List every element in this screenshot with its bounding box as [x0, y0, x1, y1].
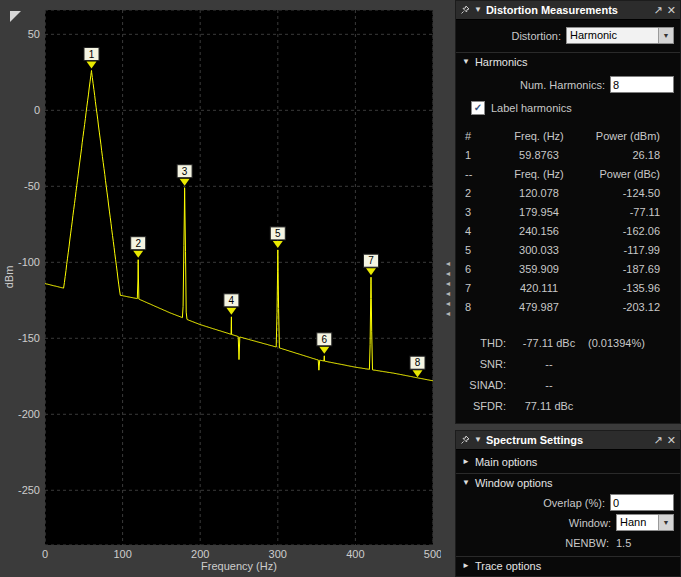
table-cell: -77.11 — [587, 206, 680, 218]
check-icon: ✓ — [474, 102, 482, 113]
table-cell: -162.06 — [587, 225, 680, 237]
svg-text:-100: -100 — [18, 256, 40, 268]
table-cell: 240.156 — [491, 225, 587, 237]
num-harmonics-label: Num. Harmonics: — [462, 79, 605, 91]
collapse-panel-icon[interactable]: ▼ — [474, 436, 482, 444]
summary-sx: (0.01394%) — [588, 337, 680, 349]
summary-sl: THD: — [456, 337, 506, 349]
main-options-section-header[interactable]: ► Main options — [456, 453, 680, 470]
pin-icon[interactable] — [460, 435, 470, 445]
table-cell: Power (dBm) — [587, 130, 680, 142]
panel-title: Spectrum Settings — [486, 434, 650, 446]
table-row: 2120.078-124.50 — [456, 183, 680, 202]
summary-row: SFDR:77.11 dBc — [456, 395, 680, 416]
undock-icon[interactable]: ↗ — [654, 435, 663, 446]
table-cell: 6 — [456, 263, 491, 275]
table-subheader-row: --Freq. (Hz)Power (dBc) — [456, 164, 680, 183]
table-cell: 2 — [456, 187, 491, 199]
marker-number: 7 — [368, 255, 374, 266]
svg-text:-50: -50 — [24, 180, 40, 192]
panel-title: Distortion Measurements — [486, 4, 650, 16]
summary-block: THD:-77.11 dBc(0.01394%)SNR:--SINAD:--SF… — [456, 332, 680, 416]
splitter-arrow-icon: ◄ — [445, 260, 452, 267]
window-options-section-header[interactable]: ▼ Window options — [456, 473, 680, 491]
table-cell: 7 — [456, 282, 491, 294]
window-row: Window: Hann ▼ — [462, 514, 674, 531]
distortion-panel-titlebar: ▼ Distortion Measurements ↗ ✕ — [456, 1, 680, 20]
trace-options-label: Trace options — [475, 560, 541, 572]
distortion-label: Distortion: — [462, 30, 561, 42]
label-harmonics-label: Label harmonics — [491, 102, 572, 114]
table-cell: 179.954 — [491, 206, 587, 218]
marker-number: 1 — [89, 49, 95, 60]
svg-text:-150: -150 — [18, 332, 40, 344]
overlap-row: Overlap (%): — [462, 494, 674, 511]
harmonics-table: #Freq. (Hz)Power (dBm)159.876326.18--Fre… — [456, 126, 680, 316]
settings-panel-titlebar: ▼ Spectrum Settings ↗ ✕ — [456, 431, 680, 450]
collapse-panel-icon[interactable]: ▼ — [474, 6, 482, 14]
splitter-arrow-icon: ◄ — [445, 300, 452, 307]
summary-sl: SINAD: — [456, 379, 506, 391]
marker-number: 3 — [182, 166, 188, 177]
panel-splitter[interactable]: ◄◄◄◄◄◄ — [441, 0, 455, 577]
table-cell: 59.8763 — [491, 149, 587, 161]
svg-text:200: 200 — [191, 548, 209, 560]
table-cell: -135.96 — [587, 282, 680, 294]
svg-text:0: 0 — [42, 548, 48, 560]
table-cell: # — [456, 130, 491, 142]
table-cell: -187.69 — [587, 263, 680, 275]
summary-sv: 77.11 dBc — [510, 400, 588, 412]
section-collapse-icon: ► — [462, 562, 470, 570]
table-cell: 120.078 — [491, 187, 587, 199]
section-collapse-icon: ▼ — [462, 58, 470, 66]
svg-text:50: 50 — [28, 28, 40, 40]
num-harmonics-row: Num. Harmonics: — [462, 76, 674, 93]
table-row: 4240.156-162.06 — [456, 221, 680, 240]
window-dropdown[interactable]: Hann ▼ — [616, 514, 674, 531]
svg-text:500: 500 — [424, 548, 441, 560]
table-row: 3179.954-77.11 — [456, 202, 680, 221]
num-harmonics-input[interactable] — [610, 76, 674, 93]
label-harmonics-checkbox[interactable]: ✓ — [471, 101, 485, 115]
trace-options-section-header[interactable]: ► Trace options — [456, 556, 680, 574]
summary-sv: -77.11 dBc — [510, 337, 588, 349]
undock-icon[interactable]: ↗ — [654, 5, 663, 16]
svg-text:100: 100 — [113, 548, 131, 560]
table-row: 8479.987-203.12 — [456, 297, 680, 316]
nenbw-label: NENBW: — [462, 537, 609, 549]
distortion-row: Distortion: Harmonic ▼ — [462, 27, 674, 44]
plot-area[interactable] — [45, 10, 433, 545]
summary-row: SINAD:-- — [456, 374, 680, 395]
table-cell: 479.987 — [491, 301, 587, 313]
distortion-dropdown-value: Harmonic — [567, 28, 658, 43]
window-options-label: Window options — [475, 477, 553, 489]
overlap-input[interactable] — [610, 494, 674, 511]
marker-number: 8 — [415, 357, 421, 368]
overlap-label: Overlap (%): — [462, 497, 605, 509]
table-cell: 26.18 — [587, 149, 680, 161]
table-cell: Freq. (Hz) — [491, 168, 587, 180]
close-icon[interactable]: ✕ — [667, 5, 676, 16]
svg-text:300: 300 — [269, 548, 287, 560]
splitter-arrow-icon: ◄ — [445, 310, 452, 317]
close-icon[interactable]: ✕ — [667, 435, 676, 446]
svg-text:400: 400 — [346, 548, 364, 560]
pin-icon[interactable] — [460, 5, 470, 15]
harmonics-section-header[interactable]: ▼ Harmonics — [456, 52, 680, 70]
main-options-label: Main options — [475, 456, 537, 468]
summary-sv: -- — [510, 379, 588, 391]
distortion-measurements-panel: ▼ Distortion Measurements ↗ ✕ Distortion… — [455, 0, 681, 424]
spectrum-chart: 12345678 0100200300400500500-50-100-150-… — [0, 0, 441, 577]
table-cell: 420.111 — [491, 282, 587, 294]
settings-panel-body: ► Main options ▼ Window options Overlap … — [456, 450, 680, 575]
table-cell: -203.12 — [587, 301, 680, 313]
dock-panels: ▼ Distortion Measurements ↗ ✕ Distortion… — [455, 0, 681, 577]
harmonics-section-label: Harmonics — [475, 56, 528, 68]
nenbw-row: NENBW: 1.5 — [462, 534, 674, 551]
distortion-dropdown[interactable]: Harmonic ▼ — [566, 27, 674, 44]
table-header-row: #Freq. (Hz)Power (dBm) — [456, 126, 680, 145]
table-cell: -117.99 — [587, 244, 680, 256]
summary-row: THD:-77.11 dBc(0.01394%) — [456, 332, 680, 353]
table-row: 7420.111-135.96 — [456, 278, 680, 297]
window-dropdown-value: Hann — [617, 515, 658, 530]
